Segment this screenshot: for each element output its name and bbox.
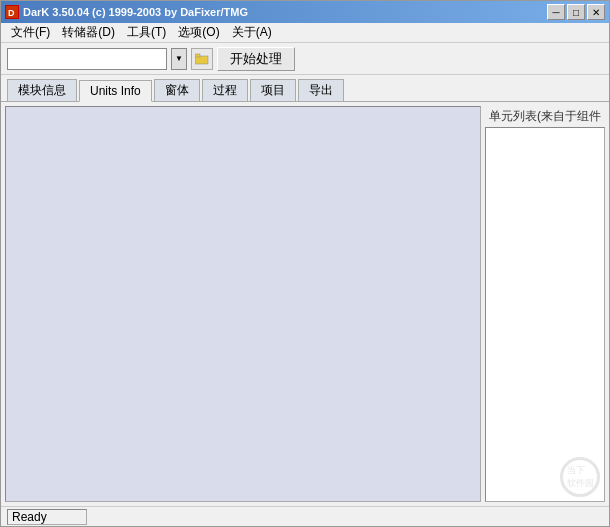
tab-module-info[interactable]: 模块信息 bbox=[7, 79, 77, 101]
window-title: DarK 3.50.04 (c) 1999-2003 by DaFixer/TM… bbox=[23, 6, 248, 18]
menu-options[interactable]: 选项(O) bbox=[172, 22, 225, 43]
start-button[interactable]: 开始处理 bbox=[217, 47, 295, 71]
menu-tools[interactable]: 工具(T) bbox=[121, 22, 172, 43]
menu-file[interactable]: 文件(F) bbox=[5, 22, 56, 43]
status-text: Ready bbox=[7, 509, 87, 525]
minimize-button[interactable]: ─ bbox=[547, 4, 565, 20]
svg-rect-3 bbox=[195, 54, 200, 57]
tab-bar: 模块信息 Units Info 窗体 过程 项目 导出 bbox=[1, 75, 609, 102]
status-bar: Ready bbox=[1, 506, 609, 526]
combo-dropdown-arrow[interactable]: ▼ bbox=[171, 48, 187, 70]
svg-text:D: D bbox=[8, 8, 15, 18]
watermark: 当下软件园 bbox=[560, 457, 600, 497]
title-bar: D DarK 3.50.04 (c) 1999-2003 by DaFixer/… bbox=[1, 1, 609, 23]
file-combo[interactable] bbox=[7, 48, 167, 70]
tab-project[interactable]: 项目 bbox=[250, 79, 296, 101]
main-window: D DarK 3.50.04 (c) 1999-2003 by DaFixer/… bbox=[0, 0, 610, 527]
left-panel[interactable] bbox=[5, 106, 481, 502]
right-panel-list[interactable] bbox=[485, 127, 605, 502]
menu-converter[interactable]: 转储器(D) bbox=[56, 22, 121, 43]
tab-window[interactable]: 窗体 bbox=[154, 79, 200, 101]
menu-about[interactable]: 关于(A) bbox=[226, 22, 278, 43]
right-panel: 单元列表(来自于组件 bbox=[485, 106, 605, 502]
toolbar: ▼ 开始处理 bbox=[1, 43, 609, 75]
watermark-circle: 当下软件园 bbox=[560, 457, 600, 497]
right-panel-label: 单元列表(来自于组件 bbox=[485, 106, 605, 127]
title-bar-left: D DarK 3.50.04 (c) 1999-2003 by DaFixer/… bbox=[5, 5, 248, 19]
tab-export[interactable]: 导出 bbox=[298, 79, 344, 101]
restore-button[interactable]: □ bbox=[567, 4, 585, 20]
watermark-logo: 当下软件园 bbox=[560, 457, 600, 497]
tab-process[interactable]: 过程 bbox=[202, 79, 248, 101]
app-icon: D bbox=[5, 5, 19, 19]
close-button[interactable]: ✕ bbox=[587, 4, 605, 20]
menu-bar: 文件(F) 转储器(D) 工具(T) 选项(O) 关于(A) bbox=[1, 23, 609, 43]
open-folder-button[interactable] bbox=[191, 48, 213, 70]
tab-units-info[interactable]: Units Info bbox=[79, 80, 152, 102]
title-bar-buttons: ─ □ ✕ bbox=[547, 4, 605, 20]
main-content: 单元列表(来自于组件 bbox=[1, 102, 609, 506]
